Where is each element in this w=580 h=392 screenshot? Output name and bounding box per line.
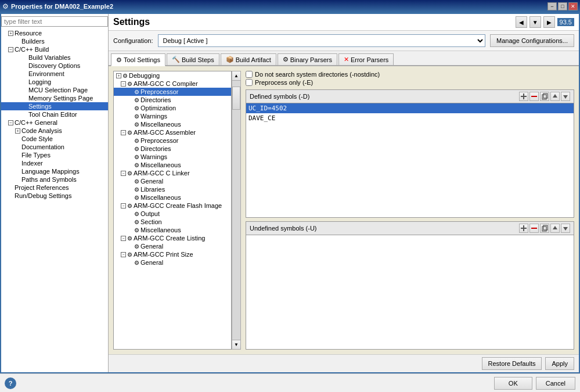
sidebar-filter[interactable]	[1, 16, 108, 27]
tree-item-section[interactable]: ⚙ Section	[114, 218, 231, 226]
defined-symbols-title: Defined symbols (-D)	[250, 93, 309, 100]
sidebar-item-paths-symbols[interactable]: Paths and Symbols	[1, 175, 108, 184]
config-select[interactable]: Debug [ Active ]	[158, 34, 486, 47]
maximize-button[interactable]: □	[558, 2, 567, 10]
down-button[interactable]: ▼	[529, 16, 541, 28]
tree-item-warnings[interactable]: ⚙ Warnings	[114, 112, 231, 120]
scroll-thumb[interactable]	[232, 87, 240, 110]
move-down-undef-button[interactable]	[561, 224, 570, 233]
move-down-symbol-button[interactable]	[561, 92, 570, 101]
tree-item-general[interactable]: ⚙ General	[114, 177, 231, 185]
delete-symbol-button[interactable]	[529, 92, 539, 101]
apply-button[interactable]: Apply	[545, 357, 574, 370]
tab-content: + ⚙ Debugging − ⚙ ARM-GCC C Compiler ⚙	[109, 66, 579, 354]
tree-item-listing[interactable]: − ⚙ ARM-GCC Create Listing	[114, 234, 231, 242]
symbol-item[interactable]: DAVE_CE	[246, 113, 574, 123]
forward-button[interactable]: ▶	[543, 16, 555, 28]
close-button[interactable]: ✕	[568, 2, 578, 10]
copy-undef-button[interactable]	[540, 224, 549, 233]
preprocess-only-checkbox[interactable]	[246, 79, 253, 86]
tree-item-arm-linker[interactable]: − ⚙ ARM-GCC C Linker	[114, 169, 231, 177]
tree-item-dirs2[interactable]: ⚙ Directories	[114, 145, 231, 153]
accent-number: 93.5	[557, 18, 574, 26]
tree-item-directories[interactable]: ⚙ Directories	[114, 96, 231, 104]
tree-scrollbar[interactable]: ▲ ▼	[232, 71, 241, 350]
tree-item-preproc2[interactable]: ⚙ Preprocessor	[114, 136, 231, 145]
app-icon: ⚙	[2, 2, 9, 10]
gear-icon: ⚙	[134, 105, 139, 112]
defined-symbols-list: UC_ID=4502 DAVE_CE	[246, 103, 574, 217]
tree-item-misc[interactable]: ⚙ Miscellaneous	[114, 120, 231, 128]
svg-rect-11	[543, 225, 547, 230]
sidebar-item-build-variables[interactable]: Build Variables	[1, 53, 108, 62]
sidebar-item-cpp-general[interactable]: − C/C++ General	[1, 118, 108, 127]
svg-rect-1	[523, 93, 524, 99]
config-label: Configuration:	[113, 37, 153, 44]
scroll-up-button[interactable]: ▲	[232, 71, 240, 81]
content-area: Settings ◀ ▼ ▶ 93.5 Configuration: Debug…	[109, 14, 579, 372]
restore-defaults-button[interactable]: Restore Defaults	[482, 357, 542, 370]
tree-item-print[interactable]: − ⚙ ARM-GCC Print Size	[114, 250, 231, 258]
tree-item-general3[interactable]: ⚙ General	[114, 258, 231, 267]
sidebar-item-memory[interactable]: Memory Settings Page	[1, 94, 108, 102]
tree-item-output[interactable]: ⚙ Output	[114, 210, 231, 218]
tree-item-debugging[interactable]: + ⚙ Debugging	[114, 71, 231, 80]
add-symbol-button[interactable]	[519, 92, 528, 101]
tree-item-warn2[interactable]: ⚙ Warnings	[114, 153, 231, 161]
sidebar-item-discovery-options[interactable]: Discovery Options	[1, 62, 108, 70]
sidebar-item-code-analysis[interactable]: + Code Analysis	[1, 127, 108, 135]
tree-item-misc3[interactable]: ⚙ Miscellaneous	[114, 193, 231, 202]
tree-item-arm-gcc-compiler[interactable]: − ⚙ ARM-GCC C Compiler	[114, 80, 231, 88]
tree-item-misc4[interactable]: ⚙ Miscellaneous	[114, 226, 231, 234]
sidebar-item-documentation[interactable]: Documentation	[1, 143, 108, 151]
sidebar-item-label: Build Variables	[28, 54, 71, 61]
sidebar-item-indexer[interactable]: Indexer	[1, 159, 108, 167]
sidebar-item-environment[interactable]: Environment	[1, 70, 108, 78]
ok-button[interactable]: OK	[494, 377, 532, 390]
sidebar-item-language-mappings[interactable]: Language Mappings	[1, 167, 108, 175]
sidebar-item-project-references[interactable]: Project References	[1, 184, 108, 192]
help-button[interactable]: ?	[5, 377, 16, 389]
sidebar-item-logging[interactable]: Logging	[1, 78, 108, 86]
tab-binary-parsers[interactable]: ⚙ Binary Parsers	[278, 53, 337, 65]
tree-item-misc2[interactable]: ⚙ Miscellaneous	[114, 161, 231, 169]
sidebar-item-label: Run/Debug Settings	[15, 192, 71, 199]
tree-item-general2[interactable]: ⚙ General	[114, 242, 231, 250]
undefined-symbols-title: Undefined symbols (-U)	[250, 225, 317, 232]
no-search-sys-checkbox[interactable]	[246, 71, 253, 78]
gear-icon: ⚙	[134, 178, 139, 185]
sidebar-item-builders[interactable]: Builders	[1, 37, 108, 45]
move-up-undef-button[interactable]	[550, 224, 560, 233]
back-button[interactable]: ◀	[516, 16, 527, 28]
add-undef-button[interactable]	[519, 224, 528, 233]
tree-item-arm-assembler[interactable]: − ⚙ ARM-GCC Assembler	[114, 128, 231, 136]
sidebar-item-file-types[interactable]: File Types	[1, 151, 108, 159]
tab-tool-settings[interactable]: ⚙ Tool Settings	[111, 53, 165, 66]
tree-item-flash[interactable]: − ⚙ ARM-GCC Create Flash Image	[114, 202, 231, 210]
cancel-button[interactable]: Cancel	[536, 377, 575, 390]
move-up-symbol-button[interactable]	[550, 92, 560, 101]
sidebar-item-resource[interactable]: + Resource	[1, 29, 108, 37]
minimize-button[interactable]: −	[547, 2, 557, 10]
tab-build-steps[interactable]: 🔨 Build Steps	[167, 53, 219, 65]
tab-error-parsers[interactable]: ✕ Error Parsers	[338, 53, 394, 65]
copy-symbol-button[interactable]	[540, 92, 549, 101]
no-search-sys-row: Do not search system directories (-nostd…	[246, 71, 574, 78]
scroll-down-button[interactable]: ▼	[232, 340, 240, 349]
expand-icon: −	[121, 203, 126, 208]
sidebar-item-mcu[interactable]: MCU Selection Page	[1, 86, 108, 94]
symbol-item[interactable]: UC_ID=4502	[246, 103, 574, 113]
sidebar-item-run-debug[interactable]: Run/Debug Settings	[1, 192, 108, 200]
sidebar-item-cpp-build[interactable]: − C/C++ Build	[1, 45, 108, 53]
manage-configurations-button[interactable]: Manage Configurations...	[490, 34, 574, 47]
tree-item-preprocessor[interactable]: ⚙ Preprocessor	[114, 88, 231, 96]
sidebar-item-settings[interactable]: Settings	[1, 102, 108, 110]
tab-build-artifact[interactable]: 📦 Build Artifact	[221, 53, 276, 65]
sidebar-item-code-style[interactable]: Code Style	[1, 135, 108, 143]
sidebar-item-tool-chain-editor[interactable]: Tool Chain Editor	[1, 110, 108, 118]
tree-item-libraries[interactable]: ⚙ Libraries	[114, 185, 231, 193]
tree-item-optimization[interactable]: ⚙ Optimization	[114, 104, 231, 112]
gear-icon: ⚙	[127, 203, 132, 209]
sidebar-item-label: Indexer	[21, 160, 43, 167]
delete-undef-button[interactable]	[529, 224, 539, 233]
